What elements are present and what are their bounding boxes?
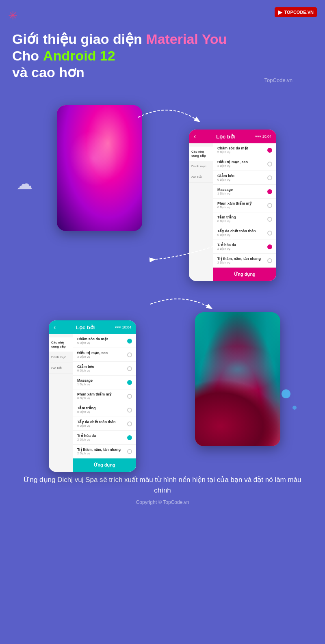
list-item[interactable]: Tắm trắng0 Dịch vụ <box>213 212 276 226</box>
blue-dot-large <box>282 389 290 398</box>
back-arrow-icon[interactable]: ‹ <box>194 133 196 140</box>
left-menu-teal: Các nhà cung cấp Danh mục Giá bởi <box>49 334 73 472</box>
main-title: Giới thiệu giao diện Material You <box>12 30 313 48</box>
right-list-pink: Chăm sóc da mặt5 Dịch vụ Điều trị mụn, s… <box>213 143 276 281</box>
watermark: TopCode.vn <box>264 77 292 83</box>
list-item[interactable]: Giảm béo0 Dịch vụ <box>213 171 276 185</box>
cho-text: Cho <box>12 48 39 64</box>
list-item-teal[interactable]: Điều trị mụn, seo3 Dịch vụ <box>73 348 136 362</box>
android-highlight: Android 12 <box>43 48 115 64</box>
list-item[interactable]: Trẻ hóa da2 Dịch vụ <box>213 240 276 254</box>
radio-unchecked-icon <box>267 162 272 166</box>
radio-checked-teal <box>127 380 132 385</box>
left-menu-item-teal-0[interactable]: Các nhà cung cấp <box>49 337 73 352</box>
ocean-rocks <box>195 379 280 446</box>
star-icon: ✳ <box>8 9 17 22</box>
left-menu-item-1[interactable]: Danh mục <box>189 161 213 172</box>
radio-checked-teal <box>127 339 132 344</box>
title-prefix: Giới thiệu giao diện <box>12 31 146 47</box>
list-item-teal[interactable]: Trẻ hóa da2 Dịch vụ <box>73 431 136 445</box>
apply-button-pink[interactable]: Ứng dụng <box>213 268 276 281</box>
status-icons-teal: ▾▾▾ 10:04 <box>115 325 131 329</box>
phone-app-pink: ‹ Lọc bởi ▾▾▾ 10:04 Các nhà cung cấp Dan… <box>189 130 276 281</box>
list-item[interactable]: Chăm sóc da mặt5 Dịch vụ <box>213 143 276 157</box>
list-item[interactable]: Trị thâm, năm, tàn nhang2 Dịch vụ <box>213 254 276 268</box>
list-item-teal[interactable]: Phun xăm thẩm mỹ0 Dịch vụ <box>73 389 136 403</box>
title-highlight-pink: Material You <box>146 31 227 47</box>
phone-wallpaper-ocean <box>195 312 280 446</box>
left-menu-pink: Các nhà cung cấp Danh mục Giá bởi <box>189 143 213 281</box>
blue-dot-small <box>292 406 297 410</box>
app-header-pink: ‹ Lọc bởi ▾▾▾ 10:04 <box>189 130 276 143</box>
logo-badge: ▶ TOPCODE.VN <box>275 7 317 17</box>
subtitle-line-android: Cho Android 12 <box>12 48 313 64</box>
radio-unchecked-teal <box>127 449 132 454</box>
radio-unchecked-teal <box>127 408 132 413</box>
list-item-teal[interactable]: Trị thâm, năm, tàn nhang2 Dịch vụ <box>73 445 136 458</box>
radio-unchecked-teal <box>127 421 132 426</box>
radio-unchecked-icon <box>267 203 272 208</box>
header: ✳ ▶ TOPCODE.VN <box>0 0 325 22</box>
list-item[interactable]: Điều trị mụn, seo3 Dịch vụ <box>213 157 276 171</box>
left-menu-item-teal-1[interactable]: Danh mục <box>49 352 73 363</box>
app-body-pink: Các nhà cung cấp Danh mục Giá bởi Chăm s… <box>189 143 276 281</box>
app-header-title-teal: Lọc bởi <box>76 324 95 331</box>
arrow-deco-1 <box>0 93 325 142</box>
left-menu-item-teal-2[interactable]: Giá bởi <box>49 363 73 374</box>
radio-unchecked-teal <box>127 352 132 357</box>
description-text: Ứng dụng Dichj vuj Spa sẽ trích xuất màu… <box>24 476 301 494</box>
list-item[interactable]: Massage1 Dịch vụ <box>213 185 276 199</box>
radio-checked-teal <box>127 435 132 440</box>
app-header-title-pink: Lọc bởi <box>216 134 235 140</box>
status-icons: ▾▾▾ 10:04 <box>255 134 271 138</box>
radio-unchecked-teal <box>127 366 132 371</box>
radio-checked-icon <box>267 148 272 153</box>
list-item-teal[interactable]: Massage1 Dịch vụ <box>73 376 136 389</box>
back-arrow-icon[interactable]: ‹ <box>54 324 56 331</box>
app-header-teal: ‹ Lọc bởi ▾▾▾ 10:04 <box>49 320 136 334</box>
radio-unchecked-icon <box>267 258 272 263</box>
list-item[interactable]: Tẩy da chết toàn thân0 Dịch vụ <box>213 226 276 240</box>
phone-app-teal: ‹ Lọc bởi ▾▾▾ 10:04 Các nhà cung cấp Dan… <box>49 320 136 472</box>
logo-icon: ▶ <box>278 9 282 15</box>
right-list-teal: Chăm sóc da mặt5 Dịch vụ Điều trị mụn, s… <box>73 334 136 472</box>
radio-unchecked-teal <box>127 394 132 399</box>
list-item-teal[interactable]: Chăm sóc da mặt5 Dịch vụ <box>73 334 136 348</box>
logo-text: TOPCODE.VN <box>284 10 314 15</box>
left-menu-item-2[interactable]: Giá bởi <box>189 172 213 183</box>
phone-wallpaper-pink <box>57 105 142 231</box>
radio-unchecked-icon <box>267 231 272 236</box>
radio-checked-icon <box>267 244 272 249</box>
list-item-teal[interactable]: Tắm trắng0 Dịch vụ <box>73 403 136 417</box>
title-section: Giới thiệu giao diện Material You Cho An… <box>0 22 325 81</box>
radio-unchecked-icon <box>267 175 272 180</box>
app-body-teal: Các nhà cung cấp Danh mục Giá bởi Chăm s… <box>49 334 136 472</box>
list-item-teal[interactable]: Tẩy da chết toàn thân0 Dịch vụ <box>73 417 136 431</box>
apply-button-teal[interactable]: Ứng dụng <box>73 458 136 472</box>
radio-unchecked-icon <box>267 217 272 222</box>
list-item[interactable]: Phun xăm thẩm mỹ0 Dịch vụ <box>213 199 276 212</box>
left-menu-item-0[interactable]: Các nhà cung cấp <box>189 147 213 161</box>
radio-checked-icon <box>267 189 272 194</box>
list-item-teal[interactable]: Giảm béo0 Dịch vụ <box>73 362 136 376</box>
copyright-text: Copyright © TopCode.vn <box>0 499 325 513</box>
cloud-icon: ☁ <box>16 174 32 193</box>
